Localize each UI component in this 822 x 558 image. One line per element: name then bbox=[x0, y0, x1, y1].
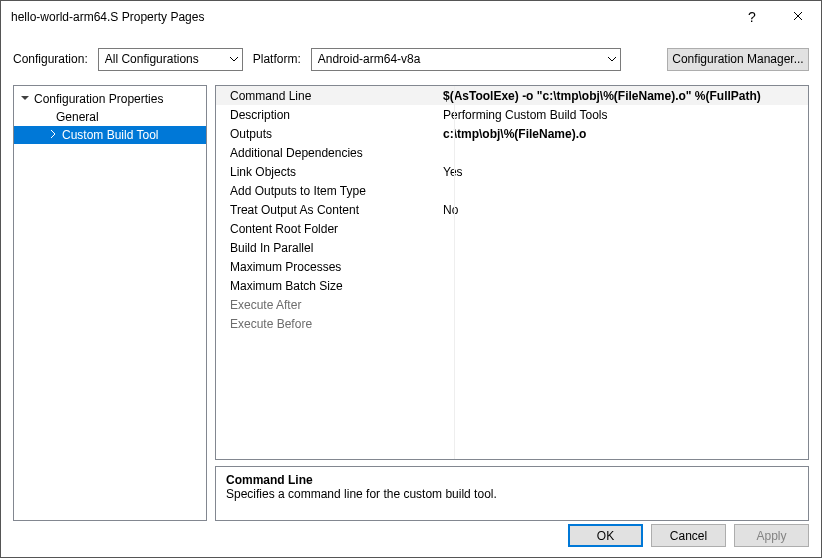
property-row[interactable]: Execute After bbox=[216, 295, 808, 314]
tree-item-label: Custom Build Tool bbox=[62, 128, 159, 142]
property-label: Additional Dependencies bbox=[216, 146, 441, 160]
cancel-button[interactable]: Cancel bbox=[651, 524, 726, 547]
property-value[interactable]: c:\tmp\obj\%(FileName).o bbox=[441, 127, 808, 141]
property-row[interactable]: Link ObjectsYes bbox=[216, 162, 808, 181]
property-value[interactable]: Yes bbox=[441, 165, 808, 179]
ok-button[interactable]: OK bbox=[568, 524, 643, 547]
platform-select[interactable]: Android-arm64-v8a bbox=[311, 48, 621, 71]
tree-root-label: Configuration Properties bbox=[34, 92, 163, 106]
configuration-label: Configuration: bbox=[13, 52, 88, 66]
chevron-down-icon bbox=[608, 52, 616, 66]
property-value[interactable]: No bbox=[441, 203, 808, 217]
configuration-value: All Configurations bbox=[105, 52, 199, 66]
property-row[interactable]: Add Outputs to Item Type bbox=[216, 181, 808, 200]
property-row[interactable]: Maximum Processes bbox=[216, 257, 808, 276]
property-label: Maximum Batch Size bbox=[216, 279, 441, 293]
property-label: Execute After bbox=[216, 298, 441, 312]
configuration-manager-button[interactable]: Configuration Manager... bbox=[667, 48, 809, 71]
collapse-icon[interactable] bbox=[20, 93, 32, 105]
help-icon: ? bbox=[748, 9, 756, 25]
property-row[interactable]: Content Root Folder bbox=[216, 219, 808, 238]
platform-value: Android-arm64-v8a bbox=[318, 52, 421, 66]
apply-label: Apply bbox=[756, 529, 786, 543]
ok-label: OK bbox=[597, 529, 614, 543]
description-panel: Command Line Specifies a command line fo… bbox=[215, 466, 809, 521]
cancel-label: Cancel bbox=[670, 529, 707, 543]
chevron-down-icon bbox=[230, 52, 238, 66]
property-label: Execute Before bbox=[216, 317, 441, 331]
configuration-select[interactable]: All Configurations bbox=[98, 48, 243, 71]
property-grid: Command Line$(AsToolExe) -o "c:\tmp\obj\… bbox=[215, 85, 809, 460]
grid-divider[interactable] bbox=[454, 86, 455, 459]
description-title: Command Line bbox=[226, 473, 798, 487]
help-button[interactable]: ? bbox=[729, 1, 775, 33]
property-label: Add Outputs to Item Type bbox=[216, 184, 441, 198]
tree-item-custom-build-tool[interactable]: Custom Build Tool bbox=[14, 126, 206, 144]
property-label: Outputs bbox=[216, 127, 441, 141]
tree-panel: Configuration Properties General Custom … bbox=[13, 85, 207, 521]
property-row[interactable]: Maximum Batch Size bbox=[216, 276, 808, 295]
property-row[interactable]: Execute Before bbox=[216, 314, 808, 333]
property-row[interactable]: Additional Dependencies bbox=[216, 143, 808, 162]
tree-root[interactable]: Configuration Properties bbox=[14, 90, 206, 108]
property-row[interactable]: Outputsc:\tmp\obj\%(FileName).o bbox=[216, 124, 808, 143]
property-row[interactable]: DescriptionPerforming Custom Build Tools bbox=[216, 105, 808, 124]
apply-button[interactable]: Apply bbox=[734, 524, 809, 547]
config-row: Configuration: All Configurations Platfo… bbox=[1, 45, 821, 73]
property-row[interactable]: Command Line$(AsToolExe) -o "c:\tmp\obj\… bbox=[216, 86, 808, 105]
titlebar: hello-world-arm64.S Property Pages ? bbox=[1, 1, 821, 33]
property-row[interactable]: Build In Parallel bbox=[216, 238, 808, 257]
property-row[interactable]: Treat Output As ContentNo bbox=[216, 200, 808, 219]
dialog-buttons: OK Cancel Apply bbox=[568, 524, 809, 547]
property-label: Maximum Processes bbox=[216, 260, 441, 274]
property-label: Content Root Folder bbox=[216, 222, 441, 236]
property-label: Link Objects bbox=[216, 165, 441, 179]
description-text: Specifies a command line for the custom … bbox=[226, 487, 798, 501]
expand-icon[interactable] bbox=[48, 129, 60, 141]
property-label: Description bbox=[216, 108, 441, 122]
close-icon bbox=[793, 10, 803, 24]
property-value[interactable]: $(AsToolExe) -o "c:\tmp\obj\%(FileName).… bbox=[441, 89, 808, 103]
window-title: hello-world-arm64.S Property Pages bbox=[11, 10, 729, 24]
configuration-manager-label: Configuration Manager... bbox=[672, 52, 803, 66]
tree-item-label: General bbox=[56, 110, 99, 124]
property-label: Treat Output As Content bbox=[216, 203, 441, 217]
property-label: Build In Parallel bbox=[216, 241, 441, 255]
property-value[interactable]: Performing Custom Build Tools bbox=[441, 108, 808, 122]
platform-label: Platform: bbox=[253, 52, 301, 66]
close-button[interactable] bbox=[775, 1, 821, 33]
property-label: Command Line bbox=[216, 89, 441, 103]
tree-item-general[interactable]: General bbox=[14, 108, 206, 126]
